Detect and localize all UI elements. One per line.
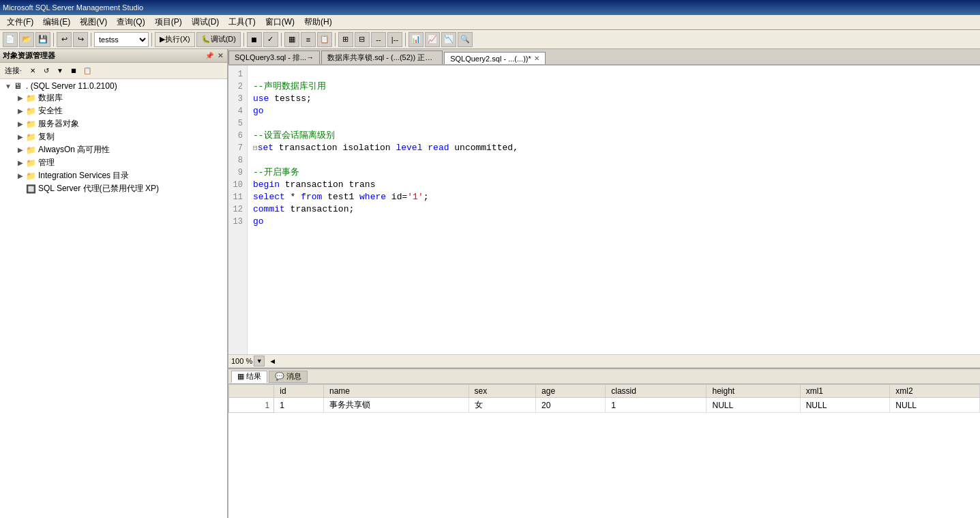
- parse-btn[interactable]: ✓: [263, 32, 278, 47]
- cell-sex-1: 女: [469, 398, 536, 413]
- menu-bar: 文件(F) 编辑(E) 视图(V) 查询(Q) 项目(P) 调试(D) 工具(T…: [0, 15, 980, 30]
- line-numbers: 12345 678910 111213: [228, 66, 248, 354]
- grid-icon: ▦: [237, 372, 244, 381]
- tree-item-databases[interactable]: ▶ 📁 数据库: [1, 91, 226, 104]
- menu-query[interactable]: 查询(Q): [113, 16, 149, 29]
- cell-name-1: 事务共享锁: [323, 398, 469, 413]
- col-height: height: [707, 385, 800, 398]
- agent-label: SQL Server 代理(已禁用代理 XP): [38, 183, 159, 195]
- cell-xml1-1: NULL: [800, 398, 890, 413]
- tree-root-node[interactable]: ▼ 🖥 . (SQL Server 11.0.2100): [1, 81, 226, 91]
- open-btn[interactable]: 📂: [19, 32, 34, 47]
- databases-label: 数据库: [38, 92, 63, 104]
- menu-edit[interactable]: 编辑(E): [39, 16, 74, 29]
- uncomment-btn[interactable]: |--: [387, 32, 402, 47]
- tree-item-replication[interactable]: ▶ 📁 复制: [1, 130, 226, 143]
- tree-item-alwayson[interactable]: ▶ 📁 AlwaysOn 高可用性: [1, 143, 226, 156]
- tab-shared-lock-label: 数据库共享锁.sql - (...(52)) 正在执行...: [327, 53, 436, 63]
- agent-icon: 🔲: [26, 184, 37, 194]
- execute-btn[interactable]: ▶ 执行(X): [155, 32, 195, 47]
- table-row: 1 1 事务共享锁 女 20 1 NULL NULL NULL: [229, 398, 980, 413]
- root-expand-icon: ▼: [3, 83, 14, 90]
- col-rownum: [229, 385, 274, 398]
- summary-btn[interactable]: 📋: [81, 65, 93, 77]
- code-content[interactable]: --声明数据库引用 use testss; go --设置会话隔离级别 ⊟set…: [248, 66, 980, 354]
- comment-btn[interactable]: --: [371, 32, 386, 47]
- security-expand-icon: ▶: [15, 107, 26, 115]
- client-stats-btn[interactable]: 📉: [441, 32, 456, 47]
- alwayson-expand-icon: ▶: [15, 146, 26, 154]
- cell-age-1: 20: [536, 398, 606, 413]
- security-folder-icon: 📁: [26, 106, 37, 116]
- results-tab-messages-label: 消息: [286, 371, 301, 382]
- col-xml2: xml2: [890, 385, 980, 398]
- col-classid: classid: [606, 385, 707, 398]
- redo-btn[interactable]: ↪: [73, 32, 88, 47]
- toolbar-sep1: [53, 33, 54, 46]
- zoom-level: 100 %: [231, 357, 252, 365]
- results-tabs: ▦ 结果 💬 消息: [228, 369, 980, 384]
- replication-folder-icon: 📁: [26, 132, 37, 142]
- results-tab-grid[interactable]: ▦ 结果: [231, 371, 267, 383]
- disconnect-btn[interactable]: ✕: [27, 65, 39, 77]
- menu-view[interactable]: 视图(V): [76, 16, 111, 29]
- results-grid-btn[interactable]: ▦: [284, 32, 299, 47]
- results-tab-messages[interactable]: 💬 消息: [269, 371, 308, 383]
- refresh-btn[interactable]: ↺: [40, 65, 53, 77]
- cell-height-1: NULL: [707, 398, 800, 413]
- filter-btn[interactable]: ▼: [54, 65, 66, 77]
- zoom-btn[interactable]: 🔍: [458, 32, 473, 47]
- menu-tools[interactable]: 工具(T): [224, 16, 259, 29]
- toolbar-sep4: [243, 33, 244, 46]
- tab-shared-lock[interactable]: 数据库共享锁.sql - (...(52)) 正在执行...: [321, 51, 443, 64]
- tree-item-management[interactable]: ▶ 📁 管理: [1, 156, 226, 169]
- toolbar-sep5: [281, 33, 282, 46]
- tree-item-sql-agent[interactable]: 🔲 SQL Server 代理(已禁用代理 XP): [1, 182, 226, 195]
- save-btn[interactable]: 💾: [35, 32, 50, 47]
- databases-folder-icon: 📁: [26, 93, 37, 103]
- tab-sqlquery2[interactable]: SQLQuery2.sql - ...(...))* ✕: [444, 52, 546, 66]
- stop-btn[interactable]: ⏹: [247, 32, 262, 47]
- tab-sqlquery2-close[interactable]: ✕: [534, 55, 539, 62]
- results-table-wrap: id name sex age classid height xml1 xml2: [228, 384, 980, 518]
- object-explorer-title: 对象资源管理器: [3, 51, 55, 61]
- indent-btn[interactable]: ⊟: [355, 32, 370, 47]
- management-folder-icon: 📁: [26, 158, 37, 168]
- col-xml1: xml1: [800, 385, 890, 398]
- stop-refresh-btn[interactable]: ⏹: [68, 65, 80, 77]
- undo-btn[interactable]: ↩: [57, 32, 72, 47]
- format-btn[interactable]: ⊞: [338, 32, 353, 47]
- cell-id-1: 1: [274, 398, 324, 413]
- tree-item-integration-services[interactable]: ▶ 📁 Integration Services 目录: [1, 169, 226, 182]
- new-query-btn[interactable]: 📄: [3, 32, 18, 47]
- menu-window[interactable]: 窗口(W): [261, 16, 299, 29]
- security-label: 安全性: [38, 105, 63, 117]
- estimated-plan-btn[interactable]: 📊: [409, 32, 424, 47]
- connect-btn[interactable]: 连接·: [1, 65, 25, 77]
- replication-expand-icon: ▶: [15, 133, 26, 141]
- menu-project[interactable]: 项目(P): [151, 16, 186, 29]
- toolbar-sep3: [151, 33, 152, 46]
- pin-btn[interactable]: 📌: [204, 52, 215, 59]
- tree-item-security[interactable]: ▶ 📁 安全性: [1, 104, 226, 117]
- main-toolbar: 📄 📂 💾 ↩ ↪ testss ▶ 执行(X) 🐛 调试(D) ⏹ ✓ ▦ ≡…: [0, 30, 980, 49]
- menu-debug[interactable]: 调试(D): [188, 16, 224, 29]
- menu-help[interactable]: 帮助(H): [300, 16, 336, 29]
- cell-xml2-1: NULL: [890, 398, 980, 413]
- actual-plan-btn[interactable]: 📈: [425, 32, 440, 47]
- zoom-dropdown-btn[interactable]: ▼: [254, 356, 265, 366]
- results-text-btn[interactable]: ≡: [301, 32, 316, 47]
- server-objects-folder-icon: 📁: [26, 119, 37, 129]
- results-file-btn[interactable]: 📋: [317, 32, 332, 47]
- debug-btn[interactable]: 🐛 调试(D): [196, 32, 241, 47]
- toolbar-sep6: [335, 33, 336, 46]
- menu-file[interactable]: 文件(F): [3, 16, 38, 29]
- tree-view: ▼ 🖥 . (SQL Server 11.0.2100) ▶ 📁 数据库 ▶ 📁…: [0, 79, 227, 518]
- tree-item-server-objects[interactable]: ▶ 📁 服务器对象: [1, 117, 226, 130]
- code-editor[interactable]: 12345 678910 111213 --声明数据库引用 use testss…: [228, 66, 980, 354]
- close-panel-btn[interactable]: ✕: [216, 52, 224, 59]
- integration-expand-icon: ▶: [15, 172, 26, 179]
- tab-sqlquery3[interactable]: SQLQuery3.sql - 排...→: [228, 51, 320, 64]
- toolbar-sep2: [91, 33, 91, 46]
- database-select[interactable]: testss: [94, 32, 149, 47]
